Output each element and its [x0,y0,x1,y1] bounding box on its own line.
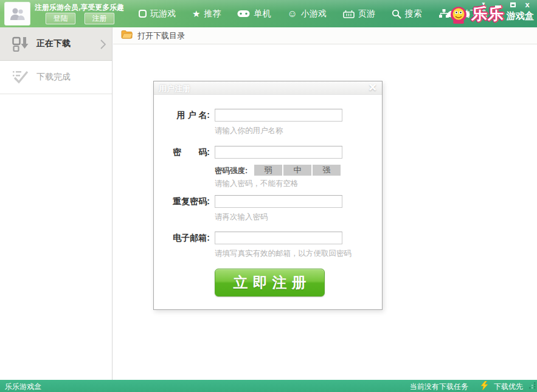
email-input[interactable] [215,232,342,244]
nav-label: 玩游戏 [150,9,176,19]
gamepad-icon [237,10,250,18]
dialog-close-icon[interactable]: × [369,80,376,95]
password-strength-meter: 弱 中 强 [254,165,341,176]
app-window: 注册乐游会员,享受更多乐趣 登陆 注册 玩游戏 ★ 推荐 单机 [0,0,537,392]
chevron-right-icon [100,40,106,52]
nav-item-search[interactable]: 搜索 [392,9,422,19]
register-now-button[interactable]: 立即注册 [215,269,325,297]
minimize-button[interactable] [491,0,505,9]
email-hint: 请填写真实有效的邮箱，以方便取回密码 [215,249,352,259]
password-strength-label: 密码强度: [215,166,248,176]
password-input[interactable] [215,146,342,159]
nav-label: 页游 [358,9,375,19]
web-game-icon [343,10,355,18]
play-games-icon [139,10,147,18]
downloading-icon [12,36,29,54]
login-button[interactable]: 登陆 [46,13,75,24]
resize-grip[interactable] [528,382,536,391]
folder-icon [121,30,133,41]
smiley-icon: ☺ [287,9,297,19]
window-controls: ▼ x [476,0,535,9]
username-input[interactable] [215,109,342,122]
password-label: 密 码: [163,147,210,158]
users-icon [9,7,26,21]
logo-face-icon [447,4,470,25]
nav-item-recommend[interactable]: ★ 推荐 [192,9,221,19]
statusbar-app-name: 乐乐游戏盒 [5,382,41,392]
register-button[interactable]: 注册 [85,13,114,24]
nav-label: 小游戏 [301,9,327,19]
menu-caret-icon: ▼ [481,2,486,8]
sidebar: 正在下载 下载完成 [0,27,113,380]
close-button[interactable]: x [520,0,535,9]
nav-item-play-games[interactable]: 玩游戏 [139,9,176,19]
sidebar-item-download-complete[interactable]: 下载完成 [0,61,112,94]
nav-label: 搜索 [405,9,422,19]
username-label: 用 户 名: [163,110,210,121]
user-avatar-box[interactable] [4,2,30,26]
search-icon [392,9,401,19]
main-nav: 玩游戏 ★ 推荐 单机 ☺ 小游戏 [139,0,487,27]
password-hint: 请输入密码，不能有空格 [215,179,299,189]
download-priority-toggle[interactable]: 下载优先 [494,382,523,392]
download-complete-icon [12,69,29,88]
nav-label: 单机 [254,9,271,19]
maximize-button[interactable] [505,0,520,9]
open-download-dir-link[interactable]: 打开下载目录 [137,30,185,41]
dialog-title: 用户注册 [159,83,190,94]
nav-item-mini-games[interactable]: ☺ 小游戏 [287,9,326,19]
nav-label: 推荐 [204,9,221,19]
menu-button[interactable]: ▼ [476,0,491,9]
repeat-password-hint: 请再次输入密码 [215,212,268,222]
strength-strong: 强 [313,165,341,176]
maximize-icon [510,2,516,7]
star-icon: ★ [192,9,200,18]
repeat-password-input[interactable] [215,195,342,208]
registration-dialog: 用户注册 × 用 户 名: 请输入你的用户名称 密 码: 密码强度: 弱 中 强… [153,81,383,310]
lightning-icon[interactable] [480,381,488,392]
username-hint: 请输入你的用户名称 [215,126,283,136]
nav-item-standalone[interactable]: 单机 [237,9,271,19]
statusbar: 乐乐游戏盒 当前没有下载任务 下载优先 [0,380,537,392]
nav-item-web-games[interactable]: 页游 [343,9,375,19]
sidebar-item-downloading[interactable]: 正在下载 [0,27,112,61]
minimize-icon [495,5,501,7]
sidebar-item-label: 正在下载 [36,38,71,49]
download-toolbar: 打开下载目录 [113,27,537,44]
dialog-titlebar: 用户注册 × [154,81,382,95]
strength-weak: 弱 [254,165,282,176]
sidebar-item-label: 下载完成 [36,72,71,83]
email-label: 电子邮箱: [163,233,210,244]
logo-text-sub: 游戏盒 [507,10,534,22]
download-status-text: 当前没有下载任务 [410,382,468,392]
repeat-password-label: 重复密码: [163,196,210,207]
promo-text: 注册乐游会员,享受更多乐趣 [35,2,124,13]
strength-medium: 中 [283,165,311,176]
titlebar: 注册乐游会员,享受更多乐趣 登陆 注册 玩游戏 ★ 推荐 单机 [0,0,537,27]
